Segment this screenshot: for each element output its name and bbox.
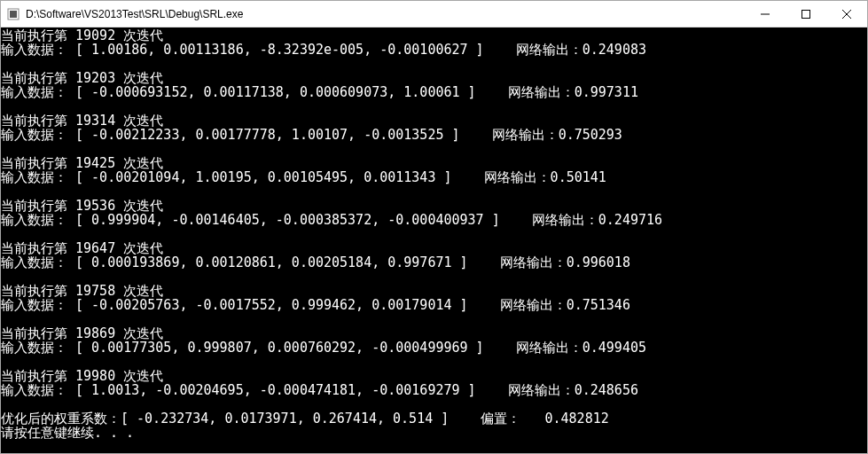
iteration-block: 当前执行第 19758 次迭代输入数据： [ -0.00205763, -0.0… [1,284,867,312]
iteration-data: 输入数据： [ -0.00205763, -0.0017552, 0.99946… [1,298,867,312]
iteration-data: 输入数据： [ -0.000693152, 0.00117138, 0.0006… [1,85,867,99]
maximize-button[interactable] [786,1,826,27]
iteration-block: 当前执行第 19203 次迭代输入数据： [ -0.000693152, 0.0… [1,71,867,99]
iteration-data: 输入数据： [ -0.00212233, 0.00177778, 1.00107… [1,128,867,142]
iteration-header: 当前执行第 19314 次迭代 [1,114,867,128]
iteration-data: 输入数据： [ -0.00201094, 1.00195, 0.00105495… [1,170,867,184]
iteration-block: 当前执行第 19536 次迭代输入数据： [ 0.999904, -0.0014… [1,199,867,227]
console-output[interactable]: 当前执行第 19092 次迭代输入数据： [ 1.00186, 0.001131… [1,27,867,453]
svg-rect-3 [802,10,810,18]
close-button[interactable] [826,1,867,27]
iteration-data: 输入数据： [ 0.000193869, 0.00120861, 0.00205… [1,255,867,270]
iteration-block: 当前执行第 19980 次迭代输入数据： [ 1.0013, -0.002046… [1,369,867,397]
iteration-block: 当前执行第 19869 次迭代输入数据： [ 0.00177305, 0.999… [1,326,867,355]
iteration-header: 当前执行第 19425 次迭代 [1,156,867,170]
iteration-data: 输入数据： [ 1.0013, -0.00204695, -0.00047418… [1,383,867,397]
svg-rect-1 [10,11,17,18]
iteration-block: 当前执行第 19425 次迭代输入数据： [ -0.00201094, 1.00… [1,156,867,184]
window-title: D:\Software\VS2013Test\SRL\Debug\SRL.exe [26,8,745,20]
iteration-data: 输入数据： [ 0.999904, -0.00146405, -0.000385… [1,213,867,227]
iteration-data: 输入数据： [ 0.00177305, 0.999807, 0.00076029… [1,340,867,355]
iteration-block: 当前执行第 19647 次迭代输入数据： [ 0.000193869, 0.00… [1,241,867,270]
iteration-header: 当前执行第 19980 次迭代 [1,369,867,383]
iteration-header: 当前执行第 19869 次迭代 [1,326,867,340]
iteration-header: 当前执行第 19647 次迭代 [1,241,867,255]
minimize-button[interactable] [745,1,786,27]
iteration-block: 当前执行第 19092 次迭代输入数据： [ 1.00186, 0.001131… [1,28,867,57]
iteration-header: 当前执行第 19536 次迭代 [1,199,867,213]
app-window: D:\Software\VS2013Test\SRL\Debug\SRL.exe… [0,0,868,454]
iteration-header: 当前执行第 19758 次迭代 [1,284,867,298]
iteration-block: 当前执行第 19314 次迭代输入数据： [ -0.00212233, 0.00… [1,114,867,142]
window-controls [745,1,867,27]
app-icon [6,7,20,21]
continue-prompt: 请按任意键继续. . . [1,426,867,440]
iteration-header: 当前执行第 19203 次迭代 [1,71,867,85]
iteration-data: 输入数据： [ 1.00186, 0.00113186, -8.32392e-0… [1,43,867,57]
titlebar: D:\Software\VS2013Test\SRL\Debug\SRL.exe [1,1,867,27]
iteration-header: 当前执行第 19092 次迭代 [1,28,867,43]
result-weights: 优化后的权重系数：[ -0.232734, 0.0173971, 0.26741… [1,411,867,426]
